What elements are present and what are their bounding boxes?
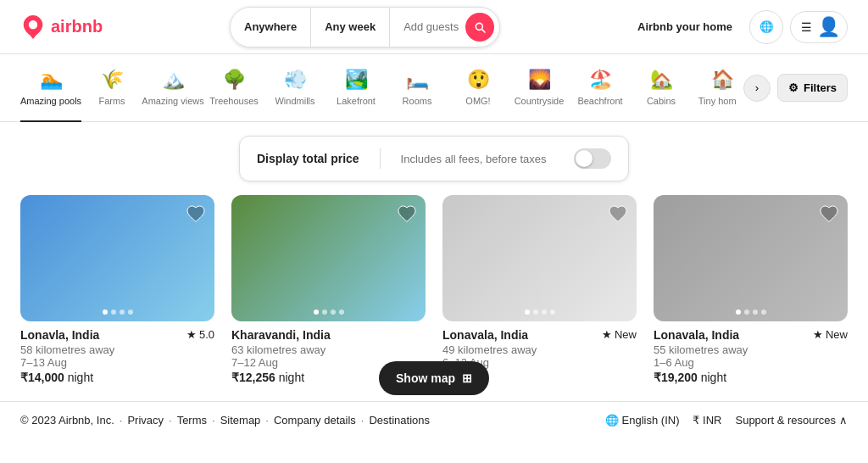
week-segment[interactable]: Any week [311,8,390,47]
listing-card[interactable]: Lonavala, India ★ New 49 kilometres away… [442,195,637,384]
chevron-right-icon: › [755,81,759,94]
category-item-countryside[interactable]: 🌄Countryside [509,54,570,122]
category-item-amazing-views[interactable]: 🏔️Amazing views [142,54,203,122]
listing-price: ₹19,200 night [654,371,848,384]
category-item-farms[interactable]: 🌾Farms [81,54,142,122]
listing-dates: 7–13 Aug [20,356,214,369]
footer-link-destinations[interactable]: Destinations [369,414,430,427]
category-label-rooms: Rooms [403,96,432,106]
category-label-beachfront: Beachfront [577,96,622,106]
price-toggle-container: Display total price Includes all fees, b… [239,136,629,181]
footer-link-privacy[interactable]: Privacy [127,414,164,427]
listing-title-row: Kharavandi, India [231,328,426,342]
listing-badge-new: ★ New [813,328,848,341]
category-icon-lakefront: 🏞️ [345,69,368,91]
category-label-lakefront: Lakefront [337,96,376,106]
search-button[interactable] [465,13,494,42]
category-item-lakefront[interactable]: 🏞️Lakefront [326,54,387,122]
category-item-rooms[interactable]: 🛏️Rooms [387,54,448,122]
logo-text: airbnb [51,17,103,36]
image-dots [736,310,766,315]
listing-distance: 63 kilometres away [231,343,426,356]
dot [542,310,547,315]
category-icon-treehouses: 🌳 [223,69,246,91]
footer-support[interactable]: Support & resources ∧ [735,414,848,427]
logo[interactable]: airbnb [20,14,103,40]
chevron-up-icon: ∧ [839,414,848,427]
category-item-beachfront[interactable]: 🏖️Beachfront [570,54,631,122]
footer-right: 🌐 English (IN) ₹ INR Support & resources… [605,414,848,427]
price-value: ₹14,000 [20,371,64,384]
dot [550,310,555,315]
category-label-treehouses: Treehouses [209,96,259,106]
hamburger-icon: ☰ [801,20,812,34]
category-item-treehouses[interactable]: 🌳Treehouses [203,54,264,122]
listing-image [654,195,848,321]
category-item-tiny-homes[interactable]: 🏠Tiny homes [692,54,737,122]
listing-distance: 49 kilometres away [442,343,637,356]
category-item-amazing-pools[interactable]: 🏊Amazing pools [20,54,81,122]
star-icon: ★ [186,328,197,341]
wishlist-button[interactable] [608,204,628,226]
dot [111,310,116,315]
category-label-tiny-homes: Tiny homes [698,96,737,106]
category-icon-tiny-homes: 🏠 [711,69,734,91]
price-toggle-switch[interactable] [574,148,611,169]
listing-distance: 55 kilometres away [654,343,848,356]
dot [753,310,758,315]
category-icon-windmills: 💨 [284,69,307,91]
week-label: Any week [325,20,376,33]
globe-button[interactable]: 🌐 [749,10,783,44]
image-dots [314,310,344,315]
guests-segment[interactable]: Add guests [390,8,465,47]
star-icon: ★ [813,328,823,341]
category-item-cabins[interactable]: 🏡Cabins [631,54,692,122]
listing-image [231,195,426,321]
category-item-omg[interactable]: 😲OMG! [448,54,509,122]
listing-info: Lonavala, India ★ New 55 kilometres away… [654,321,848,384]
listing-location: Lonavla, India [20,328,99,342]
show-map-button[interactable]: Show map ⊞ [379,361,489,395]
category-label-countryside: Countryside [515,96,565,106]
listing-distance: 58 kilometres away [20,343,214,356]
listing-card[interactable]: Lonavala, India ★ New 55 kilometres away… [654,195,848,384]
dot [331,310,336,315]
listing-image [20,195,214,321]
footer-support-label: Support & resources [735,414,836,427]
footer-link-sitemap[interactable]: Sitemap [220,414,261,427]
footer-link-terms[interactable]: Terms [177,414,207,427]
listing-card[interactable]: Lonavla, India ★ 5.0 58 kilometres away … [20,195,214,384]
listing-info: Lonavla, India ★ 5.0 58 kilometres away … [20,321,214,384]
header-right: Airbnb your home 🌐 ☰ 👤 [627,10,848,44]
airbnb-logo-icon [20,14,46,40]
host-link[interactable]: Airbnb your home [627,14,743,40]
dot [744,310,749,315]
listing-card[interactable]: Kharavandi, India 63 kilometres away 7–1… [231,195,426,384]
footer-sep-4: · [265,414,269,427]
footer-link-company[interactable]: Company details [274,414,356,427]
wishlist-button[interactable] [819,204,839,226]
categories-list: 🏊Amazing pools🌾Farms🏔️Amazing views🌳Tree… [20,54,737,122]
location-segment[interactable]: Anywhere [231,8,311,47]
image-dots [103,310,133,315]
globe-icon-footer: 🌐 [605,414,619,427]
category-label-cabins: Cabins [647,96,676,106]
footer-language[interactable]: 🌐 English (IN) [605,414,680,427]
location-label: Anywhere [244,20,297,33]
toggle-thumb [576,150,593,167]
filters-button[interactable]: ⚙ Filters [777,74,848,102]
category-item-windmills[interactable]: 💨Windmills [264,54,326,122]
globe-icon: 🌐 [760,20,774,33]
category-icon-beachfront: 🏖️ [589,69,612,91]
category-label-amazing-views: Amazing views [142,96,203,106]
wishlist-button[interactable] [397,204,417,226]
listing-title-row: Lonavala, India ★ New [442,328,637,342]
star-icon: ★ [602,328,612,341]
nav-arrow-button[interactable]: › [743,75,771,102]
footer-currency[interactable]: ₹ INR [693,414,721,427]
dot [314,310,319,315]
category-icon-amazing-pools: 🏊 [40,69,63,91]
filters-label: Filters [804,81,837,94]
user-menu[interactable]: ☰ 👤 [790,11,848,43]
wishlist-button[interactable] [186,204,206,226]
